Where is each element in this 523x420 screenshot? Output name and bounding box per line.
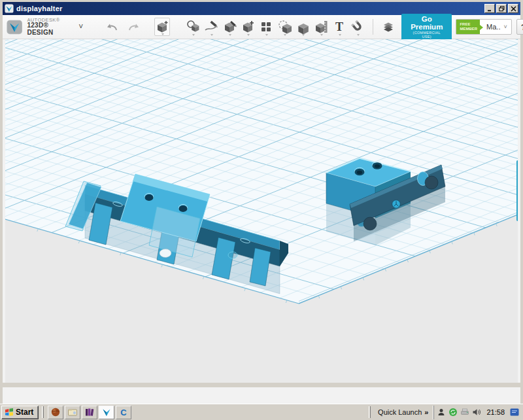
overflow-chevron[interactable]: » bbox=[424, 408, 428, 416]
chevron-down-icon[interactable]: ˅ bbox=[78, 22, 83, 31]
dropdown-caret-icon bbox=[284, 34, 286, 36]
account-dropdown[interactable]: FREE MEMBER Ma.. ˅ bbox=[456, 19, 511, 35]
volume-icon[interactable] bbox=[472, 408, 481, 417]
close-button[interactable] bbox=[508, 4, 518, 13]
go-premium-sublabel: (COMMERCIAL USE) bbox=[408, 31, 445, 39]
svg-text:T: T bbox=[335, 20, 343, 33]
app-123d-logo-icon bbox=[7, 18, 22, 37]
dropdown-caret-icon bbox=[320, 34, 323, 36]
viewport-3d[interactable]: TOP LEFT FRONT bbox=[5, 39, 518, 383]
printer-icon[interactable] bbox=[460, 408, 469, 417]
globe-icon[interactable] bbox=[48, 406, 63, 419]
app-123d-icon[interactable] bbox=[99, 406, 114, 419]
windows-flag-icon bbox=[5, 408, 14, 417]
main-toolbar: AUTODESK® 123D® DESIGN ˅ bbox=[3, 15, 520, 39]
window-title: displayhalter bbox=[16, 5, 62, 12]
go-premium-button[interactable]: Go Premium (COMMERCIAL USE) bbox=[401, 14, 452, 41]
minimize-button[interactable] bbox=[484, 4, 495, 13]
user-icon[interactable] bbox=[437, 408, 446, 417]
taskbar: Start C Quick Launch » 21:58 bbox=[0, 404, 523, 420]
start-button[interactable]: Start bbox=[1, 406, 39, 419]
quick-launch-label: Quick Launch bbox=[378, 408, 422, 416]
chevron-down-icon: ˅ bbox=[503, 24, 507, 30]
app-123d-titlebar-icon bbox=[5, 4, 14, 13]
books-icon[interactable] bbox=[82, 406, 97, 419]
badge-line2: MEMBER bbox=[460, 27, 477, 31]
app-menu[interactable]: AUTODESK® 123D® DESIGN ˅ bbox=[7, 18, 83, 37]
svg-text:C: C bbox=[121, 408, 127, 417]
membership-badge: FREE MEMBER bbox=[456, 20, 480, 34]
go-premium-label: Go Premium bbox=[408, 15, 445, 31]
taskbar-divider bbox=[369, 406, 371, 418]
account-name: Ma.. bbox=[486, 23, 500, 31]
restore-button[interactable] bbox=[496, 4, 507, 13]
app-window: displayhalter AUTODESK® 123D® DES bbox=[0, 0, 523, 404]
start-label: Start bbox=[16, 408, 33, 417]
dropdown-caret-icon bbox=[229, 34, 231, 36]
undo-icon[interactable] bbox=[105, 22, 118, 32]
brand-line2: 123D® DESIGN bbox=[27, 22, 65, 36]
sync-icon[interactable] bbox=[448, 408, 458, 417]
dropdown-caret-icon bbox=[211, 34, 213, 36]
tool-text[interactable]: T bbox=[332, 18, 346, 36]
tool-snap[interactable] bbox=[350, 18, 365, 36]
taskbar-divider bbox=[42, 406, 44, 418]
folder-icon[interactable] bbox=[65, 406, 80, 419]
tool-grouping[interactable] bbox=[277, 18, 292, 36]
tool-pattern[interactable] bbox=[259, 18, 273, 36]
dropdown-caret-icon bbox=[302, 34, 305, 36]
help-button[interactable]: ? bbox=[516, 19, 523, 35]
dropdown-caret-icon bbox=[247, 34, 250, 36]
tool-sketch[interactable] bbox=[186, 18, 200, 36]
toolbar-divider bbox=[373, 19, 373, 35]
taskbar-clock[interactable]: 21:58 bbox=[486, 408, 505, 416]
dropdown-caret-icon bbox=[339, 34, 341, 36]
dropdown-caret-icon bbox=[161, 33, 164, 35]
tool-transform[interactable] bbox=[154, 18, 170, 36]
dropdown-caret-icon bbox=[192, 34, 195, 36]
dropdown-caret-icon bbox=[357, 34, 360, 36]
app-c-icon[interactable]: C bbox=[116, 406, 131, 419]
system-tray: 21:58 bbox=[433, 406, 522, 419]
dropdown-caret-icon bbox=[265, 34, 268, 36]
language-icon[interactable] bbox=[510, 408, 519, 417]
tool-draw[interactable] bbox=[204, 18, 218, 36]
tool-construct[interactable] bbox=[222, 18, 237, 36]
panel-handle[interactable] bbox=[516, 160, 518, 221]
window-bottom-border bbox=[3, 383, 520, 387]
tool-combine[interactable] bbox=[295, 18, 310, 36]
material-layers-icon[interactable] bbox=[381, 18, 396, 36]
tool-measure[interactable] bbox=[314, 18, 328, 36]
tool-modify[interactable] bbox=[241, 18, 255, 36]
redo-icon[interactable] bbox=[127, 22, 141, 32]
badge-line1: FREE bbox=[460, 22, 477, 27]
